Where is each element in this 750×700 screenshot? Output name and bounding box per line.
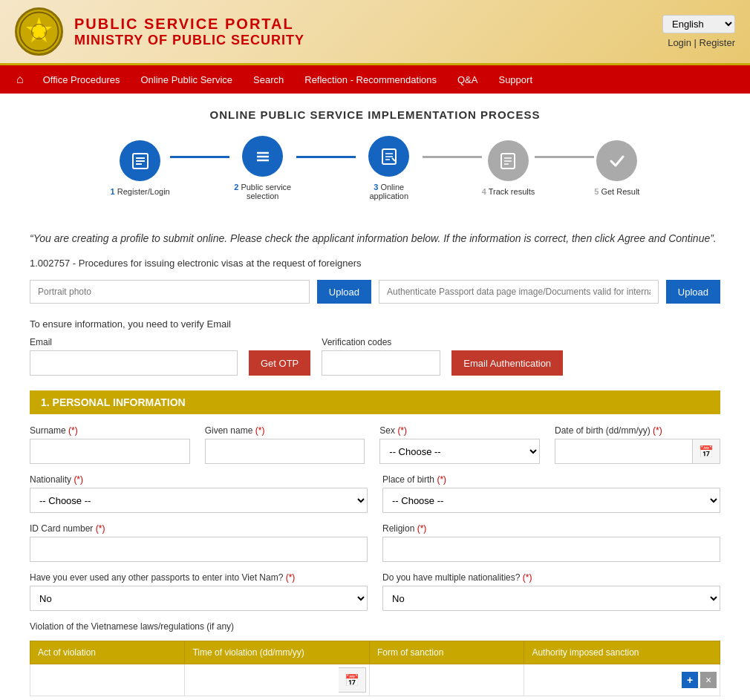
step-5-circle	[596, 140, 637, 181]
connector-2-3	[296, 156, 356, 158]
step-5-label: 5 Get Result	[594, 187, 639, 196]
given-name-input[interactable]	[205, 439, 365, 464]
steps-container: 1 Register/Login 2 Public service select…	[22, 136, 728, 200]
connector-1-2	[170, 156, 229, 158]
surname-label: Surname (*)	[30, 425, 190, 436]
step-1-label: 1 Register/Login	[111, 187, 170, 196]
nav-reflection[interactable]: Reflection - Recommendations	[294, 67, 447, 93]
sex-label: Sex (*)	[379, 425, 540, 436]
email-label: Email	[30, 337, 238, 347]
multiple-nationalities-select[interactable]: No Yes	[382, 586, 720, 611]
given-name-label: Given name (*)	[205, 425, 365, 436]
upload-portrait-btn[interactable]: Upload	[317, 280, 371, 304]
nationality-label: Nationality (*)	[30, 474, 368, 485]
step-2-label: 2 Public service selection	[229, 183, 296, 200]
act-input[interactable]	[33, 667, 181, 693]
religion-label: Religion (*)	[382, 523, 720, 534]
row-passports-nationalities: Have you ever used any other passports t…	[30, 572, 720, 611]
email-field-group: Email	[30, 337, 238, 376]
nav-home[interactable]: ⌂	[7, 65, 33, 94]
religion-input[interactable]	[382, 537, 720, 562]
nav-office-procedures[interactable]: Office Procedures	[33, 67, 131, 93]
logo-emblem	[15, 7, 63, 56]
violation-section: Violation of the Vietnamese laws/regulat…	[30, 621, 720, 700]
language-dropdown[interactable]: English Tiếng Việt	[662, 15, 735, 33]
nav-support[interactable]: Support	[488, 67, 543, 93]
step-1-circle	[120, 140, 160, 181]
title-line1: PUBLIC SERVICE PORTAL	[74, 16, 304, 33]
step-3-label: 3 Online application	[356, 183, 423, 200]
svg-line-14	[392, 158, 395, 161]
authority-input[interactable]	[527, 670, 679, 690]
header-logo: PUBLIC SERVICE PORTAL MINISTRY OF PUBLIC…	[15, 7, 304, 56]
delete-row-btn[interactable]: ×	[700, 672, 717, 688]
upload-row: Upload Upload	[30, 280, 720, 304]
col-authority: Authority imposed sanction	[524, 641, 720, 664]
connector-3-4	[423, 156, 482, 158]
surname-field: Surname (*)	[30, 425, 190, 464]
step-3-circle	[368, 136, 409, 177]
language-selector[interactable]: English Tiếng Việt	[662, 15, 735, 33]
upload-passport-btn[interactable]: Upload	[666, 280, 720, 304]
email-auth-btn[interactable]: Email Authentication	[451, 350, 563, 376]
col-form: Form of sanction	[369, 641, 524, 664]
act-cell	[30, 664, 185, 696]
time-cell: 📅	[185, 664, 369, 696]
main-nav: ⌂ Office Procedures Online Public Servic…	[0, 65, 750, 94]
nav-online-public-service[interactable]: Online Public Service	[130, 67, 243, 93]
id-card-field: ID Card number (*)	[30, 523, 368, 562]
passport-input[interactable]	[379, 280, 659, 304]
header-right: English Tiếng Việt Login | Register	[662, 15, 735, 48]
dob-field: Date of birth (dd/mm/yy) (*) 📅	[555, 425, 720, 464]
step-2: 2 Public service selection	[229, 136, 296, 200]
portrait-input[interactable]	[30, 280, 310, 304]
violation-label: Violation of the Vietnamese laws/regulat…	[30, 621, 720, 632]
process-title: ONLINE PUBLIC SERVICE IMPLEMENTATION PRO…	[22, 108, 728, 121]
login-link[interactable]: Login	[668, 37, 691, 48]
other-passports-field: Have you ever used any other passports t…	[30, 572, 368, 611]
get-otp-btn[interactable]: Get OTP	[249, 350, 310, 376]
add-row-btn[interactable]: +	[682, 672, 698, 688]
verification-input[interactable]	[322, 350, 440, 376]
dob-calendar-btn[interactable]: 📅	[693, 439, 720, 464]
sex-select[interactable]: -- Choose -- Male Female	[379, 439, 540, 464]
col-time: Time of violation (dd/mm/yy)	[185, 641, 369, 664]
sex-field: Sex (*) -- Choose -- Male Female	[379, 425, 540, 464]
place-of-birth-field: Place of birth (*) -- Choose --	[382, 474, 720, 513]
dob-input-group: 📅	[555, 439, 720, 464]
time-input[interactable]	[188, 667, 338, 693]
nationality-select[interactable]: -- Choose --	[30, 488, 368, 513]
step-3: 3 Online application	[356, 136, 423, 200]
step-1: 1 Register/Login	[111, 140, 170, 196]
id-card-input[interactable]	[30, 537, 368, 562]
row-actions: + ×	[682, 672, 717, 688]
form-section: “You are creating a profile to submit on…	[0, 215, 750, 700]
register-link[interactable]: Register	[700, 37, 735, 48]
procedure-id: 1.002757 - Procedures for issuing electr…	[30, 258, 720, 269]
header: PUBLIC SERVICE PORTAL MINISTRY OF PUBLIC…	[0, 0, 750, 65]
step-4-circle	[488, 140, 529, 181]
place-of-birth-select[interactable]: -- Choose --	[382, 488, 720, 513]
main-content: ONLINE PUBLIC SERVICE IMPLEMENTATION PRO…	[0, 94, 750, 700]
dob-input[interactable]	[555, 439, 693, 464]
surname-input[interactable]	[30, 439, 190, 464]
given-name-field: Given name (*)	[205, 425, 365, 464]
nav-search[interactable]: Search	[243, 67, 294, 93]
auth-links: Login | Register	[668, 37, 735, 48]
step-2-circle	[242, 136, 283, 177]
other-passports-select[interactable]: No Yes	[30, 586, 368, 611]
row-nationality-pob: Nationality (*) -- Choose -- Place of bi…	[30, 474, 720, 513]
nationality-field: Nationality (*) -- Choose --	[30, 474, 368, 513]
time-cal-btn[interactable]: 📅	[339, 667, 366, 693]
verification-field-group: Verification codes	[322, 337, 440, 376]
id-card-label: ID Card number (*)	[30, 523, 368, 534]
sanction-input[interactable]	[373, 667, 521, 693]
email-input[interactable]	[30, 350, 238, 376]
email-verify-row: Email Get OTP Verification codes Email A…	[30, 337, 720, 376]
violation-table: Act of violation Time of violation (dd/m…	[30, 641, 720, 696]
dob-label: Date of birth (dd/mm/yy) (*)	[555, 425, 720, 436]
nav-qa[interactable]: Q&A	[447, 67, 488, 93]
place-of-birth-label: Place of birth (*)	[382, 474, 720, 485]
connector-4-5	[535, 156, 594, 158]
other-passports-label: Have you ever used any other passports t…	[30, 572, 368, 583]
